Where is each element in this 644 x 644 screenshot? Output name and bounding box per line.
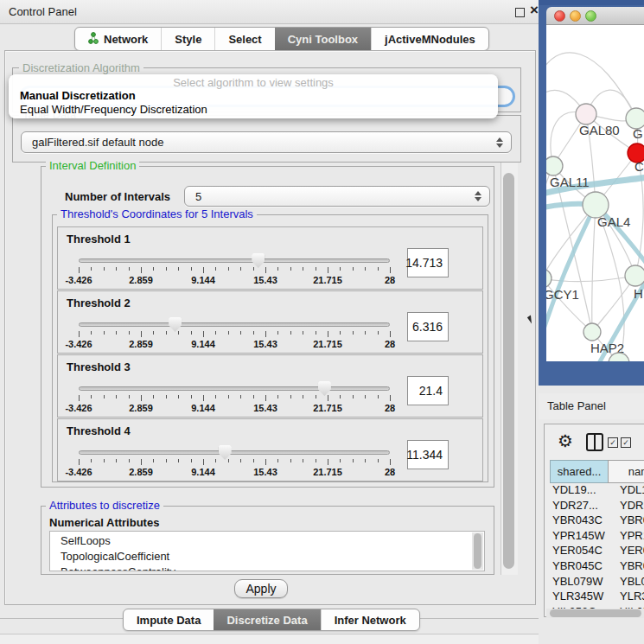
threshold-value-field[interactable]: 21.4 [407,376,449,405]
close-window-icon[interactable] [554,10,565,22]
tick-mark [166,267,167,271]
apply-button[interactable]: Apply [234,579,288,598]
attribute-list-item[interactable]: SelfLoops [50,533,484,549]
tab-impute-data[interactable]: Impute Data [124,609,214,630]
threshold-slider-track[interactable] [79,450,390,455]
tick-mark [191,459,192,462]
tick-mark [290,331,291,335]
tick-mark [390,395,391,401]
zoom-window-icon[interactable] [585,10,596,22]
attributes-list-scrollbar[interactable] [472,532,483,570]
tab-cyni-toolbox[interactable]: Cyni Toolbox [275,28,371,50]
main-scrollbar-thumb[interactable] [503,173,514,569]
minimize-window-icon[interactable] [570,10,581,22]
threshold-slider-thumb[interactable] [318,381,331,396]
table-horizontal-scrollbar[interactable] [546,609,644,618]
tick-mark [253,267,254,271]
table-data-combobox[interactable]: galFiltered.sif default node [21,131,512,153]
tick-mark [79,459,80,465]
checkbox-icon[interactable]: ✓ [608,437,618,448]
threshold-slider-track[interactable] [79,322,390,327]
table-row[interactable]: YDL19...YDL19 [550,483,644,499]
tick-mark [353,395,354,399]
table-row[interactable]: YBR043CYBR04 [550,513,644,529]
tab-style[interactable]: Style [161,28,214,50]
tick-label: 21.715 [313,275,342,285]
network-node-label: GAL80 [579,123,620,137]
tick-mark [104,395,105,399]
tab-infer-network[interactable]: Infer Network [321,609,419,630]
threshold-value-field[interactable]: 6.316 [407,312,449,341]
attribute-list-item[interactable]: TopologicalCoefficient [50,549,484,564]
network-node[interactable] [546,269,552,288]
tick-mark [353,267,354,271]
close-panel-icon[interactable]: × [530,2,539,19]
tick-label: 21.715 [313,339,342,349]
tick-mark [203,459,204,465]
num-intervals-label: Number of Intervals [65,190,170,203]
attributes-list[interactable]: SelfLoopsTopologicalCoefficientBetweenne… [49,531,485,571]
network-canvas[interactable]: GAL80GCGAL11GAL4GCY1HHAP2 [546,25,644,361]
num-intervals-combobox[interactable]: 5 [184,186,490,207]
tick-label: 28 [385,467,395,477]
threshold-slider-track[interactable] [79,386,390,391]
threshold-value-field[interactable]: 11.344 [407,440,449,469]
threshold-slider-thumb[interactable] [219,445,232,460]
tab-network[interactable]: Network [75,28,161,50]
tick-mark [203,331,204,337]
tick-mark [166,395,167,399]
checkbox-icon[interactable]: ✓ [621,437,631,448]
table-row[interactable]: YDR27...YDR27 [550,499,644,514]
threshold-slider-track[interactable] [79,258,390,263]
tick-label: 28 [385,275,395,285]
table-row[interactable]: YBL079WYBL07 [550,575,644,590]
table-row[interactable]: YER054CYER05 [550,544,644,559]
tick-mark [116,459,117,462]
cell-name: YDL19 [620,483,644,496]
dropdown-option[interactable]: Equal Width/Frequency Discretization [20,103,491,117]
tab-select[interactable]: Select [214,28,274,50]
tick-mark [340,459,341,462]
network-node[interactable] [583,323,601,341]
column-header-shared-name[interactable]: shared... [550,460,609,483]
tick-label: 2.859 [129,339,153,349]
combo-stepper-icon [475,191,481,201]
table-row[interactable]: YLR345WYLR34 [550,590,644,605]
tick-mark [215,395,216,399]
tick-mark [79,395,80,401]
split-columns-icon[interactable] [586,433,603,451]
control-panel-titlebar [0,0,539,24]
tick-mark [353,331,354,335]
screen: Control Panel × NetworkStyleSelectCyni T… [0,0,644,644]
tab-jactivemnodules[interactable]: jActiveMNodules [371,28,488,50]
attribute-list-item[interactable]: BetweennessCentrality [50,564,484,571]
threshold-label: Threshold 3 [67,360,131,373]
tick-label: -3.426 [65,467,92,477]
network-node[interactable] [625,265,644,286]
tick-mark [340,331,341,335]
threshold-value-field[interactable]: 14.713 [407,248,449,277]
network-node[interactable] [576,104,596,124]
tick-mark [116,395,117,399]
gear-icon[interactable]: ⚙ [558,430,573,451]
table-row[interactable]: YPR145WYPR14 [550,529,644,545]
cell-shared-name: YER054C [552,544,603,557]
tick-mark [79,267,80,273]
tick-label: 21.715 [313,403,342,413]
dropdown-option[interactable]: Manual Discretization [20,89,491,103]
tick-mark [116,267,117,271]
tick-mark [141,267,142,273]
float-panel-icon[interactable] [515,8,525,17]
table-row[interactable]: YBR045CYBR04 [550,559,644,575]
tick-mark [303,395,303,399]
table-panel-title: Table Panel [547,399,606,412]
column-header-name[interactable]: name [608,460,644,483]
network-icon [88,32,99,47]
tick-label: 15.43 [253,403,277,413]
cell-name: YDR27 [620,499,644,512]
table-rows: YDL19...YDL19YDR27...YDR27YBR043CYBR04YP… [550,483,644,609]
tab-discretize-data[interactable]: Discretize Data [214,609,320,630]
threshold-slider-thumb[interactable] [169,317,182,332]
threshold-slider-thumb[interactable] [252,253,265,268]
network-node[interactable] [546,156,563,175]
